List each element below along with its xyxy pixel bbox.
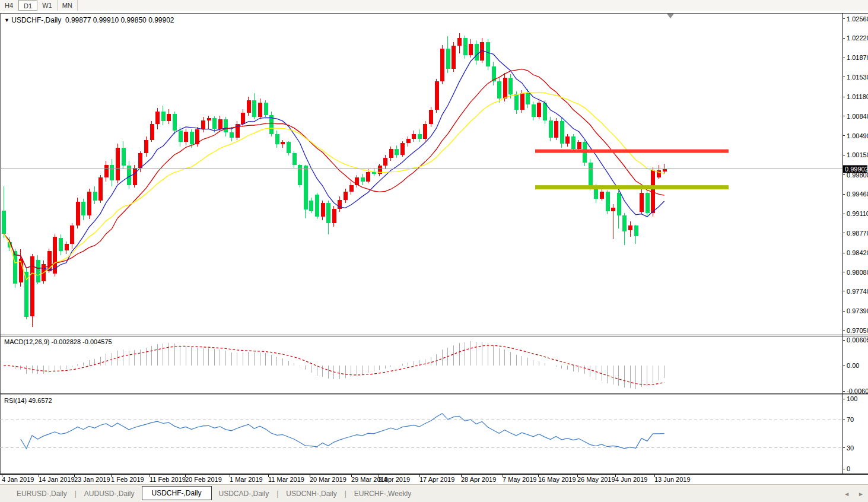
chart-tabs-bar: EURUSD-,Daily|AUDUSD-,DailyUSDCHF-,Daily…: [0, 484, 868, 502]
svg-text:0.98770: 0.98770: [847, 230, 868, 237]
svg-text:0.99110: 0.99110: [847, 210, 868, 217]
panel-frames: [0, 13, 868, 475]
tab-eurusd-daily[interactable]: EURUSD-,Daily: [9, 487, 74, 500]
svg-text:0.99460: 0.99460: [847, 190, 868, 198]
rsi-name: RSI(14): [4, 397, 27, 404]
price-axis: 1.025601.022201.018701.015301.011801.008…: [842, 15, 868, 334]
svg-text:1.01180: 1.01180: [847, 93, 868, 100]
svg-text:4 Jun 2019: 4 Jun 2019: [615, 476, 647, 483]
date-axis: 4 Jan 201914 Jan 201923 Jan 20191 Feb 20…: [2, 475, 691, 483]
tab-eurchf-weekly[interactable]: EURCHF-,Weekly: [347, 487, 418, 500]
svg-text:1.00150: 1.00150: [847, 151, 868, 158]
macd-indicator-label: MACD(12,26,9) -0.002828 -0.004575: [4, 338, 112, 345]
svg-text:-0.006096: -0.006096: [847, 387, 868, 395]
svg-text:0.98420: 0.98420: [847, 249, 868, 256]
rsi-panel: 10070300: [0, 395, 857, 472]
ohlc-low: 0.99850: [120, 16, 146, 24]
svg-text:0.97740: 0.97740: [847, 288, 868, 295]
rsi-value: 49.6572: [28, 397, 52, 404]
svg-text:1.01530: 1.01530: [847, 74, 868, 81]
ohlc-high: 0.99910: [93, 16, 119, 24]
macd-signal-value: -0.004575: [82, 338, 112, 345]
svg-text:0: 0: [847, 465, 850, 472]
svg-text:13 Jun 2019: 13 Jun 2019: [654, 476, 691, 483]
chart-canvas[interactable]: 0.999021.025601.022201.018701.015301.011…: [0, 11, 868, 502]
candle-bodies: [2, 38, 667, 317]
tab-usdchf-daily[interactable]: USDCHF-,Daily: [142, 486, 212, 500]
svg-text:16 May 2019: 16 May 2019: [538, 476, 576, 483]
svg-text:0.006058: 0.006058: [847, 336, 868, 344]
macd-value: -0.002828: [51, 338, 81, 345]
tab-scroll-left-icon[interactable]: ◄: [840, 491, 854, 497]
ohlc-close: 0.99902: [148, 16, 174, 24]
svg-text:0.99800: 0.99800: [847, 171, 868, 179]
rsi-line: [21, 414, 664, 449]
tab-usdcad-daily[interactable]: USDCAD-,Daily: [212, 487, 276, 500]
svg-text:1.00490: 1.00490: [847, 132, 868, 139]
ohlc-open: 0.99877: [65, 16, 91, 24]
svg-text:4 Jan 2019: 4 Jan 2019: [2, 476, 34, 483]
svg-text:100: 100: [847, 395, 857, 402]
svg-text:14 Jan 2019: 14 Jan 2019: [39, 476, 75, 483]
svg-text:0.97390: 0.97390: [847, 307, 868, 314]
svg-text:0.00: 0.00: [847, 362, 859, 369]
timeframe-button-W1[interactable]: W1: [37, 0, 58, 11]
resistance-line: [535, 150, 729, 153]
chart-area[interactable]: 0.999021.025601.022201.018701.015301.011…: [0, 11, 868, 484]
moving-averages: [4, 50, 664, 280]
svg-text:1 Mar 2019: 1 Mar 2019: [230, 476, 263, 483]
svg-text:17 Apr 2019: 17 Apr 2019: [419, 476, 454, 483]
svg-text:11 Mar 2019: 11 Mar 2019: [268, 476, 304, 483]
svg-text:20 Mar 2019: 20 Mar 2019: [310, 476, 346, 483]
macd-name: MACD(12,26,9): [4, 338, 49, 345]
symbol-dropdown-icon[interactable]: ▼: [4, 17, 9, 23]
chart-symbol-label: USDCHF-,Daily: [11, 16, 61, 24]
tab-scroll-right-icon[interactable]: ►: [854, 491, 868, 497]
macd-panel: 0.0060580.00-0.006096: [4, 336, 868, 395]
chart-shift-marker-icon: [667, 14, 674, 18]
tab-usdcnh-daily[interactable]: USDCNH-,Daily: [279, 487, 344, 500]
svg-text:1.00840: 1.00840: [847, 113, 868, 120]
svg-text:7 May 2019: 7 May 2019: [503, 476, 536, 483]
timeframe-button-MN[interactable]: MN: [58, 0, 78, 11]
svg-text:1 Feb 2019: 1 Feb 2019: [111, 476, 144, 483]
svg-text:70: 70: [847, 416, 854, 423]
tab-audusd-daily[interactable]: AUDUSD-,Daily: [77, 487, 142, 500]
ma-sma-8: [4, 50, 664, 270]
svg-text:20 Feb 2019: 20 Feb 2019: [185, 476, 222, 483]
svg-text:23 Jan 2019: 23 Jan 2019: [74, 476, 110, 483]
svg-text:0.98080: 0.98080: [847, 269, 868, 276]
svg-text:1.02220: 1.02220: [847, 34, 868, 42]
timeframe-button-H4[interactable]: H4: [0, 0, 18, 11]
timeframe-button-D1[interactable]: D1: [18, 0, 37, 11]
svg-text:28 Apr 2019: 28 Apr 2019: [461, 476, 496, 483]
chart-header: ▼ USDCHF-,Daily 0.99877 0.99910 0.99850 …: [4, 16, 174, 24]
support-line: [535, 185, 729, 189]
rsi-indicator-label: RSI(14) 49.6572: [4, 397, 52, 404]
svg-text:26 May 2019: 26 May 2019: [577, 476, 615, 483]
svg-text:1.02560: 1.02560: [847, 15, 868, 23]
svg-text:8 Apr 2019: 8 Apr 2019: [379, 476, 410, 483]
svg-text:30: 30: [847, 444, 854, 452]
timeframe-toolbar: H4D1W1MN: [0, 0, 868, 11]
svg-text:0.97050: 0.97050: [847, 327, 868, 334]
svg-text:11 Feb 2019: 11 Feb 2019: [150, 476, 186, 483]
svg-text:1.01870: 1.01870: [847, 54, 868, 61]
